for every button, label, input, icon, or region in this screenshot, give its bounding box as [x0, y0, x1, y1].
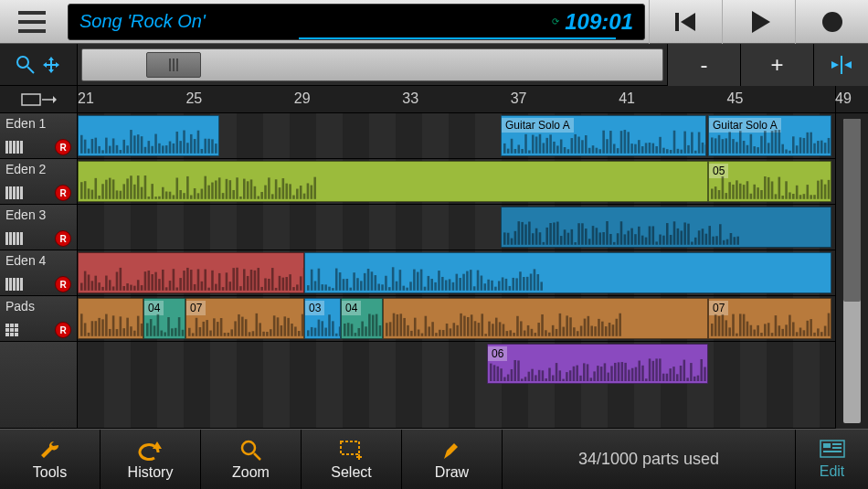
clip[interactable] — [78, 252, 304, 293]
svg-rect-689 — [202, 322, 205, 336]
horizontal-scroll-thumb[interactable] — [146, 52, 201, 78]
svg-rect-279 — [303, 194, 306, 199]
clip[interactable]: 07 — [185, 298, 304, 339]
svg-rect-624 — [167, 317, 170, 336]
svg-rect-930 — [541, 314, 544, 336]
svg-rect-1046 — [579, 376, 582, 381]
snap-icon — [828, 54, 855, 76]
svg-rect-943 — [587, 316, 590, 336]
zoom-out-button[interactable]: - — [667, 44, 740, 86]
song-display[interactable]: Song 'Rock On' ⟳ 109:01 — [68, 4, 645, 40]
svg-rect-239 — [162, 187, 164, 199]
clip[interactable]: 04 — [341, 298, 383, 339]
svg-rect-904 — [450, 329, 452, 336]
clip[interactable] — [383, 298, 708, 339]
track-header[interactable]: PadsR — [0, 296, 78, 342]
svg-rect-1070 — [662, 374, 665, 381]
play-button[interactable] — [722, 0, 795, 44]
svg-rect-181 — [824, 143, 827, 154]
clip[interactable] — [78, 161, 708, 202]
svg-rect-760 — [335, 334, 338, 336]
vertical-scroll-thumb[interactable] — [843, 119, 861, 302]
svg-rect-365 — [556, 222, 559, 245]
record-button[interactable] — [795, 0, 868, 44]
track-lane[interactable]: Guitar Solo AGuitar Solo A — [78, 113, 835, 159]
svg-rect-292 — [743, 185, 746, 199]
record-arm-badge[interactable]: R — [55, 276, 71, 292]
svg-rect-123 — [649, 143, 651, 154]
svg-rect-543 — [515, 279, 518, 291]
menu-button[interactable] — [0, 0, 64, 44]
svg-rect-912 — [478, 323, 481, 336]
zoom-button[interactable]: Zoom — [201, 430, 302, 489]
record-arm-badge[interactable]: R — [55, 230, 71, 247]
track-header[interactable]: Eden 3R — [0, 205, 78, 250]
svg-rect-161 — [753, 146, 756, 154]
loop-icon: ⟳ — [552, 16, 559, 27]
clip[interactable]: 06 — [487, 344, 708, 384]
svg-rect-427 — [116, 272, 119, 291]
svg-rect-548 — [534, 270, 536, 291]
snap-button[interactable] — [813, 44, 868, 86]
track-lane[interactable]: 05 — [78, 159, 835, 205]
svg-rect-22 — [105, 138, 108, 154]
svg-rect-160 — [750, 134, 753, 154]
clip[interactable] — [304, 252, 831, 293]
vertical-scrollbar[interactable] — [835, 113, 868, 429]
svg-rect-54 — [218, 140, 219, 154]
svg-rect-925 — [524, 331, 526, 336]
svg-rect-230 — [130, 175, 132, 199]
svg-rect-290 — [736, 181, 738, 199]
track-header[interactable]: Eden 4R — [0, 250, 78, 296]
svg-rect-110 — [602, 131, 605, 154]
svg-rect-1079 — [693, 377, 696, 381]
svg-rect-111 — [606, 139, 609, 154]
clip[interactable]: Guitar Solo A — [501, 115, 706, 156]
svg-rect-267 — [260, 192, 263, 199]
select-button[interactable]: Select — [302, 430, 402, 489]
record-arm-badge[interactable]: R — [55, 139, 71, 155]
clip[interactable] — [78, 298, 143, 339]
draw-button[interactable]: Draw — [402, 430, 503, 489]
horizontal-scrollbar[interactable] — [81, 48, 663, 81]
record-arm-badge[interactable]: R — [55, 185, 71, 201]
svg-rect-819 — [344, 324, 346, 336]
svg-rect-687 — [196, 318, 198, 336]
track-lane[interactable] — [78, 250, 835, 296]
zoom-xy-button[interactable] — [0, 44, 78, 85]
track-lane[interactable]: 0407030407 — [78, 296, 835, 342]
svg-rect-951 — [616, 319, 619, 336]
clip[interactable]: Guitar Solo A — [708, 115, 831, 156]
svg-rect-257 — [226, 179, 228, 199]
track-header[interactable]: Eden 1R — [0, 113, 78, 159]
svg-rect-376 — [596, 228, 598, 245]
svg-rect-562 — [120, 317, 122, 336]
svg-rect-442 — [169, 281, 172, 291]
track-lane[interactable]: 06 — [78, 342, 835, 429]
clip[interactable]: 04 — [143, 298, 185, 339]
clip[interactable] — [501, 207, 831, 248]
timeline-ruler[interactable]: 2125293337414549 — [78, 86, 835, 112]
svg-rect-970 — [771, 333, 774, 336]
clip[interactable]: 03 — [304, 298, 341, 339]
svg-rect-381 — [613, 242, 616, 245]
edit-button[interactable]: Edit — [795, 430, 868, 489]
zoom-in-button[interactable]: + — [740, 44, 813, 86]
svg-rect-231 — [133, 185, 136, 199]
record-arm-badge[interactable]: R — [55, 322, 71, 338]
clip[interactable]: 07 — [708, 298, 831, 339]
track-header[interactable]: Eden 2R — [0, 159, 78, 205]
svg-rect-226 — [116, 191, 119, 199]
rewind-button[interactable] — [649, 0, 722, 44]
clip[interactable] — [78, 115, 219, 156]
marker-tool[interactable] — [0, 86, 78, 112]
svg-rect-960 — [736, 334, 738, 336]
svg-rect-709 — [273, 315, 276, 336]
history-button[interactable]: History — [101, 430, 201, 489]
track-lane[interactable] — [78, 205, 835, 250]
svg-rect-254 — [215, 181, 217, 199]
clip[interactable]: 05 — [708, 161, 831, 202]
tools-button[interactable]: Tools — [0, 430, 101, 489]
svg-rect-963 — [746, 322, 749, 336]
svg-rect-903 — [446, 324, 449, 336]
